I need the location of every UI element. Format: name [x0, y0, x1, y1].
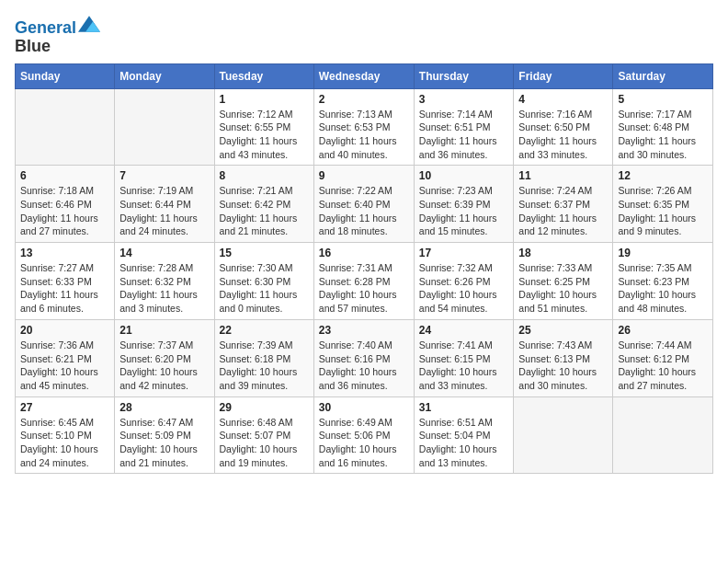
day-info: Sunrise: 6:47 AMSunset: 5:09 PMDaylight:…	[119, 416, 209, 470]
calendar-cell: 22Sunrise: 7:39 AMSunset: 6:18 PMDayligh…	[214, 319, 313, 396]
day-info: Sunrise: 7:18 AMSunset: 6:46 PMDaylight:…	[20, 184, 109, 238]
calendar-cell: 21Sunrise: 7:37 AMSunset: 6:20 PMDayligh…	[115, 319, 214, 396]
day-info: Sunrise: 7:17 AMSunset: 6:48 PMDaylight:…	[618, 108, 708, 162]
day-info: Sunrise: 7:28 AMSunset: 6:32 PMDaylight:…	[119, 261, 209, 316]
calendar-cell	[115, 88, 214, 166]
calendar-cell: 2Sunrise: 7:13 AMSunset: 6:53 PMDaylight…	[313, 88, 414, 166]
calendar-cell: 3Sunrise: 7:14 AMSunset: 6:51 PMDaylight…	[414, 88, 514, 166]
logo: GeneralBlue	[15, 15, 100, 56]
day-number: 31	[419, 401, 509, 414]
column-header-tuesday: Tuesday	[214, 63, 313, 88]
day-info: Sunrise: 6:45 AMSunset: 5:10 PMDaylight:…	[20, 416, 109, 470]
day-number: 24	[419, 324, 509, 337]
day-info: Sunrise: 7:26 AMSunset: 6:35 PMDaylight:…	[618, 184, 708, 238]
day-number: 2	[319, 93, 409, 106]
day-info: Sunrise: 7:22 AMSunset: 6:40 PMDaylight:…	[319, 184, 409, 238]
calendar-cell	[514, 396, 613, 474]
day-info: Sunrise: 7:39 AMSunset: 6:18 PMDaylight:…	[220, 339, 309, 393]
calendar-cell: 9Sunrise: 7:22 AMSunset: 6:40 PMDaylight…	[313, 166, 414, 243]
calendar-cell: 29Sunrise: 6:48 AMSunset: 5:07 PMDayligh…	[214, 396, 313, 474]
day-info: Sunrise: 7:21 AMSunset: 6:42 PMDaylight:…	[220, 184, 309, 238]
day-number: 15	[220, 247, 309, 259]
header-row: SundayMondayTuesdayWednesdayThursdayFrid…	[16, 63, 713, 88]
day-info: Sunrise: 7:16 AMSunset: 6:50 PMDaylight:…	[518, 108, 608, 162]
day-info: Sunrise: 7:23 AMSunset: 6:39 PMDaylight:…	[419, 184, 509, 238]
day-info: Sunrise: 6:51 AMSunset: 5:04 PMDaylight:…	[419, 416, 509, 470]
week-row-4: 20Sunrise: 7:36 AMSunset: 6:21 PMDayligh…	[16, 319, 713, 396]
column-header-wednesday: Wednesday	[313, 63, 414, 88]
day-number: 16	[319, 247, 409, 259]
calendar-cell: 20Sunrise: 7:36 AMSunset: 6:21 PMDayligh…	[16, 319, 115, 396]
calendar-cell	[613, 396, 713, 474]
day-number: 21	[119, 324, 209, 337]
day-number: 17	[419, 247, 509, 259]
logo-text: GeneralBlue	[15, 15, 100, 56]
day-info: Sunrise: 7:14 AMSunset: 6:51 PMDaylight:…	[419, 108, 509, 162]
calendar-cell: 4Sunrise: 7:16 AMSunset: 6:50 PMDaylight…	[514, 88, 613, 166]
calendar-cell: 10Sunrise: 7:23 AMSunset: 6:39 PMDayligh…	[414, 166, 514, 243]
day-number: 7	[119, 169, 209, 182]
day-number: 23	[319, 324, 409, 337]
day-number: 22	[220, 324, 309, 337]
page-header: GeneralBlue	[15, 15, 713, 56]
day-info: Sunrise: 6:49 AMSunset: 5:06 PMDaylight:…	[319, 416, 409, 470]
day-info: Sunrise: 7:12 AMSunset: 6:55 PMDaylight:…	[220, 108, 309, 162]
day-number: 5	[618, 93, 708, 106]
calendar-cell: 15Sunrise: 7:30 AMSunset: 6:30 PMDayligh…	[214, 243, 313, 320]
column-header-thursday: Thursday	[414, 63, 514, 88]
day-info: Sunrise: 7:44 AMSunset: 6:12 PMDaylight:…	[618, 339, 708, 393]
day-info: Sunrise: 7:37 AMSunset: 6:20 PMDaylight:…	[119, 339, 209, 393]
day-info: Sunrise: 7:13 AMSunset: 6:53 PMDaylight:…	[319, 108, 409, 162]
day-info: Sunrise: 6:48 AMSunset: 5:07 PMDaylight:…	[220, 416, 309, 470]
day-info: Sunrise: 7:40 AMSunset: 6:16 PMDaylight:…	[319, 339, 409, 393]
day-number: 12	[618, 169, 708, 182]
calendar-cell: 6Sunrise: 7:18 AMSunset: 6:46 PMDaylight…	[16, 166, 115, 243]
calendar-cell: 8Sunrise: 7:21 AMSunset: 6:42 PMDaylight…	[214, 166, 313, 243]
day-number: 28	[119, 401, 209, 414]
calendar-cell: 1Sunrise: 7:12 AMSunset: 6:55 PMDaylight…	[214, 88, 313, 166]
calendar-cell: 24Sunrise: 7:41 AMSunset: 6:15 PMDayligh…	[414, 319, 514, 396]
calendar-cell: 17Sunrise: 7:32 AMSunset: 6:26 PMDayligh…	[414, 243, 514, 320]
day-info: Sunrise: 7:27 AMSunset: 6:33 PMDaylight:…	[20, 261, 109, 316]
day-number: 30	[319, 401, 409, 414]
column-header-sunday: Sunday	[16, 63, 115, 88]
calendar-cell: 7Sunrise: 7:19 AMSunset: 6:44 PMDaylight…	[115, 166, 214, 243]
day-info: Sunrise: 7:24 AMSunset: 6:37 PMDaylight:…	[518, 184, 608, 238]
week-row-2: 6Sunrise: 7:18 AMSunset: 6:46 PMDaylight…	[16, 166, 713, 243]
day-number: 10	[419, 169, 509, 182]
day-info: Sunrise: 7:33 AMSunset: 6:25 PMDaylight:…	[518, 261, 608, 316]
calendar-table: SundayMondayTuesdayWednesdayThursdayFrid…	[15, 63, 713, 475]
day-info: Sunrise: 7:32 AMSunset: 6:26 PMDaylight:…	[419, 261, 509, 316]
calendar-cell: 5Sunrise: 7:17 AMSunset: 6:48 PMDaylight…	[613, 88, 713, 166]
calendar-cell: 16Sunrise: 7:31 AMSunset: 6:28 PMDayligh…	[313, 243, 414, 320]
day-number: 29	[220, 401, 309, 414]
day-info: Sunrise: 7:30 AMSunset: 6:30 PMDaylight:…	[220, 261, 309, 316]
column-header-monday: Monday	[115, 63, 214, 88]
calendar-cell: 12Sunrise: 7:26 AMSunset: 6:35 PMDayligh…	[613, 166, 713, 243]
day-number: 3	[419, 93, 509, 106]
calendar-cell: 28Sunrise: 6:47 AMSunset: 5:09 PMDayligh…	[115, 396, 214, 474]
day-number: 9	[319, 169, 409, 182]
day-info: Sunrise: 7:31 AMSunset: 6:28 PMDaylight:…	[319, 261, 409, 316]
day-info: Sunrise: 7:19 AMSunset: 6:44 PMDaylight:…	[119, 184, 209, 238]
calendar-cell	[16, 88, 115, 166]
column-header-saturday: Saturday	[613, 63, 713, 88]
day-info: Sunrise: 7:36 AMSunset: 6:21 PMDaylight:…	[20, 339, 109, 393]
calendar-cell: 11Sunrise: 7:24 AMSunset: 6:37 PMDayligh…	[514, 166, 613, 243]
day-number: 20	[20, 324, 109, 337]
day-number: 4	[518, 93, 608, 106]
week-row-5: 27Sunrise: 6:45 AMSunset: 5:10 PMDayligh…	[16, 396, 713, 474]
calendar-cell: 13Sunrise: 7:27 AMSunset: 6:33 PMDayligh…	[16, 243, 115, 320]
column-header-friday: Friday	[514, 63, 613, 88]
day-number: 11	[518, 169, 608, 182]
day-info: Sunrise: 7:43 AMSunset: 6:13 PMDaylight:…	[518, 339, 608, 393]
calendar-cell: 26Sunrise: 7:44 AMSunset: 6:12 PMDayligh…	[613, 319, 713, 396]
day-info: Sunrise: 7:41 AMSunset: 6:15 PMDaylight:…	[419, 339, 509, 393]
day-number: 8	[220, 169, 309, 182]
week-row-1: 1Sunrise: 7:12 AMSunset: 6:55 PMDaylight…	[16, 88, 713, 166]
logo-icon	[78, 15, 100, 33]
day-number: 27	[20, 401, 109, 414]
calendar-cell: 18Sunrise: 7:33 AMSunset: 6:25 PMDayligh…	[514, 243, 613, 320]
calendar-cell: 25Sunrise: 7:43 AMSunset: 6:13 PMDayligh…	[514, 319, 613, 396]
calendar-cell: 23Sunrise: 7:40 AMSunset: 6:16 PMDayligh…	[313, 319, 414, 396]
